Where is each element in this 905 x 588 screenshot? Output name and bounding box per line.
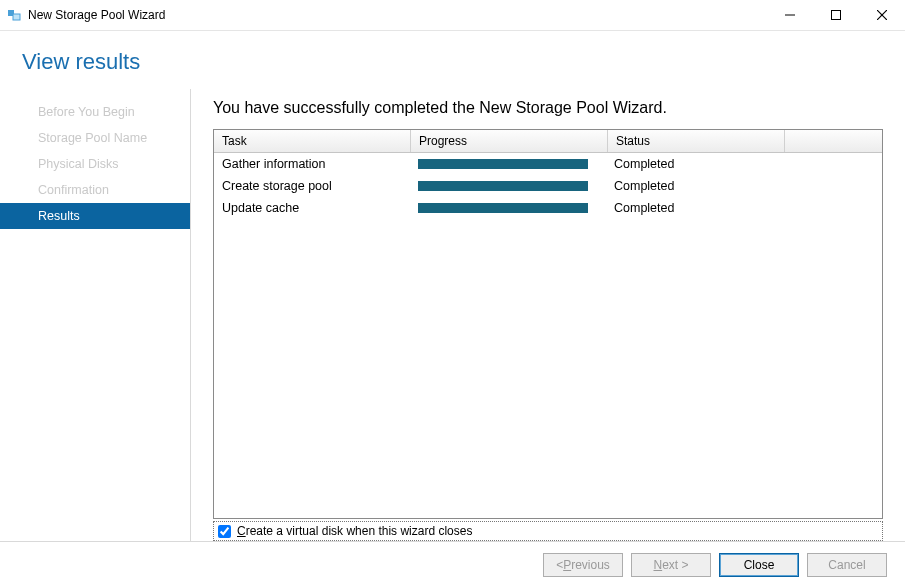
wizard-footer: < Previous Next > Close Cancel	[0, 541, 905, 588]
col-header-progress[interactable]: Progress	[411, 130, 608, 152]
close-window-button[interactable]	[859, 0, 905, 30]
table-row: Gather information Completed	[214, 153, 882, 175]
grid-body: Gather information Completed Create stor…	[214, 153, 882, 518]
cell-progress	[410, 155, 606, 173]
cell-task: Gather information	[214, 155, 410, 173]
cell-status: Completed	[606, 155, 782, 173]
svg-rect-1	[13, 14, 20, 20]
page-title: View results	[22, 49, 905, 75]
close-button[interactable]: Close	[719, 553, 799, 577]
table-row: Create storage pool Completed	[214, 175, 882, 197]
cell-task: Update cache	[214, 199, 410, 217]
nav-storage-pool-name: Storage Pool Name	[0, 125, 190, 151]
nav-confirmation: Confirmation	[0, 177, 190, 203]
col-header-status[interactable]: Status	[608, 130, 785, 152]
cell-progress	[410, 177, 606, 195]
app-icon	[6, 7, 22, 23]
minimize-button[interactable]	[767, 0, 813, 30]
cell-task: Create storage pool	[214, 177, 410, 195]
create-vdisk-label: Create a virtual disk when this wizard c…	[237, 524, 472, 538]
pane-heading: You have successfully completed the New …	[213, 99, 883, 117]
previous-button: < Previous	[543, 553, 623, 577]
cell-status: Completed	[606, 199, 782, 217]
create-vdisk-checkbox-row[interactable]: Create a virtual disk when this wizard c…	[213, 521, 883, 541]
cell-progress	[410, 199, 606, 217]
col-header-task[interactable]: Task	[214, 130, 411, 152]
next-button: Next >	[631, 553, 711, 577]
page-header: View results	[0, 31, 905, 89]
titlebar: New Storage Pool Wizard	[0, 0, 905, 30]
nav-before-you-begin: Before You Begin	[0, 99, 190, 125]
create-vdisk-checkbox[interactable]	[218, 525, 231, 538]
nav-physical-disks: Physical Disks	[0, 151, 190, 177]
progress-bar	[418, 181, 588, 191]
col-header-extra	[785, 130, 882, 152]
progress-bar	[418, 159, 588, 169]
results-grid: Task Progress Status Gather information …	[213, 129, 883, 519]
grid-header: Task Progress Status	[214, 130, 882, 153]
svg-rect-3	[832, 11, 841, 20]
results-pane: You have successfully completed the New …	[191, 89, 905, 541]
cell-status: Completed	[606, 177, 782, 195]
nav-results[interactable]: Results	[0, 203, 190, 229]
progress-bar	[418, 203, 588, 213]
table-row: Update cache Completed	[214, 197, 882, 219]
wizard-nav: Before You Begin Storage Pool Name Physi…	[0, 89, 191, 541]
window-title: New Storage Pool Wizard	[28, 8, 165, 22]
maximize-button[interactable]	[813, 0, 859, 30]
cancel-button: Cancel	[807, 553, 887, 577]
